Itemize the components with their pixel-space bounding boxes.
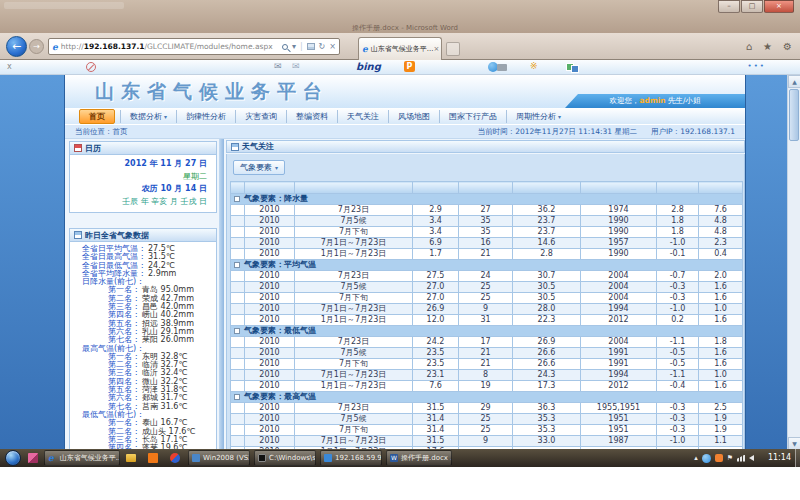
show-desktop-button[interactable]: [795, 449, 800, 467]
block-icon[interactable]: [86, 62, 96, 72]
new-tab-button[interactable]: [446, 42, 460, 56]
section-checkbox[interactable]: [234, 394, 240, 400]
camera-icon[interactable]: [497, 64, 507, 71]
cell: 2010: [245, 282, 295, 293]
table-section-row[interactable]: 气象要素：最低气温: [231, 326, 743, 337]
column-header[interactable]: [657, 182, 699, 194]
column-header[interactable]: [699, 182, 743, 194]
mail-icon[interactable]: ✉: [274, 61, 282, 71]
home-icon[interactable]: ⌂: [746, 41, 752, 52]
section-checkbox[interactable]: [234, 328, 240, 334]
refresh-icon[interactable]: ↻: [319, 42, 326, 51]
taskbar-ie-button[interactable]: e山东省气候业务平...: [44, 450, 120, 466]
table-row[interactable]: 20107月下旬3.43523.719901.84.8: [231, 227, 743, 238]
nav-item[interactable]: 数据分析▾: [120, 110, 176, 123]
action-center-flag-icon[interactable]: ⚑: [727, 454, 733, 462]
table-row[interactable]: 20107月1日～7月23日6.91614.61957-1.02.3: [231, 238, 743, 249]
scrollbar[interactable]: ▲ ▼: [787, 75, 800, 450]
paw-print-icon[interactable]: ※: [530, 61, 538, 71]
cell: 1月1日～7月23日: [295, 249, 413, 260]
browser-tab[interactable]: e 山东省气候业务平... ×: [358, 37, 442, 60]
table-row[interactable]: 20107月5候3.43523.719901.84.8: [231, 216, 743, 227]
taskbar-window-button[interactable]: Win2008 (VS2...: [188, 450, 250, 466]
column-header[interactable]: [295, 182, 413, 194]
table-row[interactable]: 20107月23日27.52430.72004-0.72.0: [231, 271, 743, 282]
element-filter-button[interactable]: 气象要素▾: [233, 160, 285, 175]
nav-item[interactable]: 灾害查询: [235, 110, 286, 123]
table-row[interactable]: 20101月1日～7月23日7.61917.32012-0.41.6: [231, 381, 743, 392]
volume-icon[interactable]: [749, 455, 754, 461]
maximize-button[interactable]: □: [741, 0, 763, 13]
nav-item[interactable]: 首页: [79, 109, 115, 124]
table-row[interactable]: 20107月23日31.52936.31955,1951-0.32.5: [231, 403, 743, 414]
tab-close-icon[interactable]: ×: [433, 45, 439, 53]
table-row[interactable]: 20107月1日～7月23日26.9928.01994-1.01.0: [231, 304, 743, 315]
table-row[interactable]: 20107月23日2.92736.219742.87.6: [231, 205, 743, 216]
orange-app-icon[interactable]: [148, 453, 158, 463]
bing-app-tile[interactable]: P: [404, 61, 415, 72]
table-row[interactable]: 20107月下旬27.02530.52004-0.31.6: [231, 293, 743, 304]
panel-splitter[interactable]: [219, 139, 224, 450]
nav-item[interactable]: 天气关注: [337, 110, 388, 123]
section-checkbox[interactable]: [234, 262, 240, 268]
nav-item[interactable]: 风场地图: [388, 110, 439, 123]
search-caret-icon[interactable]: ▾: [292, 42, 296, 51]
table-row[interactable]: 20107月1日～7月23日23.1824.31994-1.11.0: [231, 370, 743, 381]
nav-item[interactable]: 韵律性分析: [176, 110, 235, 123]
table-row[interactable]: 20101月1日～7月23日12.03122.320120.21.6: [231, 315, 743, 326]
table-row[interactable]: 20101月1日～7月23日1.7212.81990-0.10.4: [231, 249, 743, 260]
cell: 28.0: [513, 304, 581, 315]
scroll-up-icon[interactable]: ▲: [788, 75, 800, 88]
table-row[interactable]: 20107月下旬31.42535.31951-0.31.9: [231, 425, 743, 436]
cell: 7月23日: [295, 337, 413, 348]
column-header[interactable]: [459, 182, 513, 194]
taskbar-clock[interactable]: 11:14: [768, 449, 791, 467]
back-button[interactable]: ←: [6, 36, 27, 57]
table-section-row[interactable]: 气象要素：降水量: [231, 194, 743, 205]
table-row[interactable]: 20107月5候23.52126.61991-0.51.6: [231, 348, 743, 359]
folder-icon[interactable]: [126, 454, 136, 462]
cell: 14.6: [513, 238, 581, 249]
column-header[interactable]: [513, 182, 581, 194]
table-row[interactable]: 20107月下旬23.52126.61991-0.51.6: [231, 359, 743, 370]
cell: 2.0: [699, 271, 743, 282]
column-header[interactable]: [245, 182, 295, 194]
share-mail-icon[interactable]: ✉: [292, 61, 300, 71]
messenger-icon[interactable]: [702, 454, 711, 463]
taskbar-word-button[interactable]: W操作手册.docx ...: [386, 450, 452, 466]
breadcrumb[interactable]: 当前位置：首页: [75, 127, 128, 137]
stop-icon[interactable]: ×: [329, 42, 336, 51]
column-header[interactable]: [581, 182, 657, 194]
media-app-icon[interactable]: [170, 453, 180, 463]
search-icon[interactable]: [282, 44, 288, 50]
table-row[interactable]: 20107月5候31.42535.31951-0.31.9: [231, 414, 743, 425]
nav-item[interactable]: 周期性分析▾: [506, 110, 570, 123]
bing-logo[interactable]: bing: [356, 61, 381, 72]
start-button[interactable]: [5, 450, 21, 466]
nav-item[interactable]: 国家下行产品: [439, 110, 506, 123]
address-bar[interactable]: e http://192.168.137.1/GLCCLIMATE/module…: [48, 38, 340, 55]
table-row[interactable]: 20107月1日～7月23日31.5933.01987-1.01.1: [231, 436, 743, 447]
hidden-icons-caret[interactable]: ▴: [694, 454, 698, 462]
toolbar-overflow-dots[interactable]: •••: [748, 62, 766, 70]
forward-button[interactable]: →: [29, 39, 44, 54]
section-checkbox[interactable]: [234, 196, 240, 202]
column-header[interactable]: [413, 182, 459, 194]
taskbar-console-button[interactable]: C:\Windows\s...: [254, 450, 316, 466]
table-row[interactable]: 20107月5候27.02530.52004-0.31.6: [231, 282, 743, 293]
favorites-star-icon[interactable]: ★: [763, 41, 772, 52]
table-section-row[interactable]: 气象要素：平均气温: [231, 260, 743, 271]
network-icon[interactable]: [737, 455, 745, 462]
app-icon[interactable]: [28, 453, 38, 463]
scrollbar-thumb[interactable]: [789, 89, 799, 141]
toolbar-close-icon[interactable]: x: [7, 62, 12, 71]
table-section-row[interactable]: 气象要素：最高气温: [231, 392, 743, 403]
minimize-button[interactable]: –: [718, 0, 740, 13]
tools-gear-icon[interactable]: ⚙: [783, 41, 792, 52]
compatibility-view-icon[interactable]: [307, 43, 315, 50]
nav-item[interactable]: 整编资料: [286, 110, 337, 123]
security-app-icon[interactable]: [715, 454, 723, 462]
close-button[interactable]: ×: [764, 0, 794, 13]
taskbar-remote-button[interactable]: 192.168.59.99...: [320, 450, 382, 466]
table-row[interactable]: 20107月23日24.21726.92004-1.11.8: [231, 337, 743, 348]
